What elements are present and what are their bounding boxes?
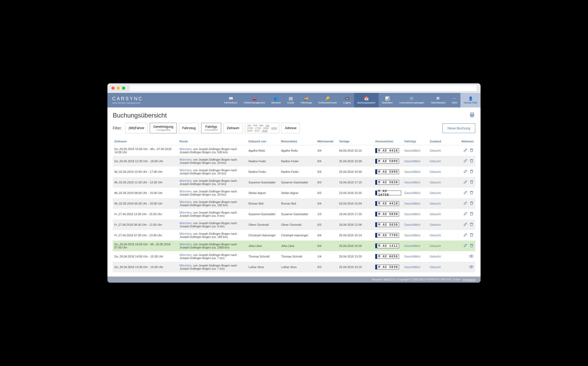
edit-icon[interactable] bbox=[463, 159, 467, 164]
cell-route: München, von Joseph-Dollinger-Bogen nach… bbox=[178, 156, 247, 166]
view-icon[interactable] bbox=[469, 254, 474, 259]
filter-row: Filter: (Mit)Fahrer Genehmigung3 ausgewä… bbox=[113, 123, 475, 133]
mehr-icon: ⋯ bbox=[452, 96, 457, 101]
nav-mehr[interactable]: ⋯Mehr bbox=[449, 93, 461, 107]
delete-icon[interactable] bbox=[469, 191, 474, 195]
filter-fahrttyp[interactable]: FahrttypGeschäftlich bbox=[201, 123, 221, 133]
filter-adresse[interactable]: Adresse bbox=[281, 123, 300, 133]
col-mitreisende[interactable]: Mitreisende bbox=[316, 138, 337, 145]
table-row[interactable]: Mi.,02.05.2018 13:30 Uhr - 17:00 UhrMünc… bbox=[113, 166, 475, 177]
delete-icon[interactable] bbox=[469, 212, 474, 216]
delete-icon[interactable] bbox=[469, 180, 474, 185]
filter-mitfahrer[interactable]: (Mit)Fahrer bbox=[125, 123, 148, 133]
edit-icon[interactable] bbox=[463, 148, 467, 153]
col-reisender[interactable]: Reisende(r) bbox=[279, 138, 316, 145]
license-plate: M AX 5030 bbox=[375, 222, 399, 227]
buchungssystem-icon: 📅 bbox=[364, 96, 369, 101]
edit-icon[interactable] bbox=[463, 243, 467, 248]
cell-gebucht-von: Nadine Feder bbox=[247, 156, 279, 166]
edit-icon[interactable] bbox=[463, 191, 467, 195]
edit-icon[interactable] bbox=[463, 233, 467, 238]
impressum-link[interactable]: Impressum bbox=[463, 278, 476, 281]
table-row[interactable]: Mi.,02.05.2018 11:30 Uhr - 13:30 UhrMünc… bbox=[113, 177, 475, 188]
nav-fahrzeuge[interactable]: 🚚Fahrzeuge bbox=[297, 93, 315, 107]
nav-buchungssystem[interactable]: 📅Buchungssystem bbox=[354, 93, 379, 107]
new-booking-button[interactable]: Neue Buchung bbox=[442, 123, 475, 133]
table-row[interactable]: Fr.,27.04.2018 07:30 Uhr - 13:30 UhrMünc… bbox=[113, 230, 475, 241]
filter-zeitraum[interactable]: Zeitraum bbox=[223, 123, 243, 133]
edit-icon[interactable] bbox=[463, 222, 467, 227]
cell-vorlage: 03.04.2018 15:04 bbox=[337, 198, 374, 209]
table-row[interactable]: Do.,26.04.2018 14:00 Uhr - 15:30 UhrMünc… bbox=[113, 251, 475, 262]
edit-icon[interactable] bbox=[463, 180, 467, 185]
cell-mitreisende: 0/4 bbox=[316, 156, 337, 166]
nav-fahrtenbuch[interactable]: 📖Fahrtenbuch bbox=[221, 93, 241, 107]
table-row[interactable]: Fr.,27.04.2018 08:30 Uhr - 11:00 UhrMünc… bbox=[113, 219, 475, 230]
nav-kunde[interactable]: 🏢Kunde bbox=[284, 93, 297, 107]
filter-label: Filter: bbox=[113, 126, 122, 130]
nav-user[interactable]: 👤Nicolas Rühr bbox=[460, 93, 481, 107]
col-gebucht-von[interactable]: Gebucht von bbox=[247, 138, 279, 145]
filter-timegrid[interactable]: JanFebMärApr17Q317Q418Q118Q2201620172018 bbox=[245, 123, 279, 133]
svg-point-4 bbox=[471, 266, 472, 267]
table-row[interactable]: Do.,26.04.2018 13:30 Uhr - 15:30 UhrMünc… bbox=[113, 262, 475, 272]
table-row[interactable]: Do.,03.05.2018 12:30 Uhr - 16:00 UhrMünc… bbox=[113, 156, 475, 166]
delete-icon[interactable] bbox=[469, 243, 474, 248]
cell-gebucht-von: Christoph Hainzinger bbox=[247, 230, 279, 241]
cell-kennzeichen: M AX 4410 bbox=[374, 198, 403, 209]
cell-kennzeichen: M AX 5030 bbox=[374, 219, 403, 230]
cell-reisender: Agathe Reitz bbox=[279, 145, 316, 156]
table-row[interactable]: Fr.,27.04.2018 13:30 Uhr - 15:30 UhrMünc… bbox=[113, 209, 475, 219]
view-icon[interactable] bbox=[469, 265, 474, 269]
delete-icon[interactable] bbox=[469, 233, 474, 238]
delete-icon[interactable] bbox=[469, 201, 474, 206]
nav-schlüsselschrank[interactable]: 🔑Schlüsselschrank bbox=[315, 93, 340, 107]
nav-logbox[interactable]: 📼Logbox bbox=[340, 93, 354, 107]
table-row[interactable]: Mi.,02.05.2018 06:30 Uhr - 20:00 UhrMünc… bbox=[113, 198, 475, 209]
table-row[interactable]: Do.,03.05.2018 15:00 Uhr - Mo., 07.05.20… bbox=[113, 145, 475, 156]
col-zeitraum[interactable]: Zeitraum bbox=[113, 138, 178, 145]
cell-mitreisende: 0/3 bbox=[316, 262, 337, 272]
nav-benutzer[interactable]: 👥Benutzer bbox=[268, 93, 284, 107]
edit-icon[interactable] bbox=[463, 212, 467, 216]
footer: Revision: bb6e727e | Copyright © 2009-20… bbox=[107, 277, 481, 283]
cell-gebucht-von: Jirka Libor bbox=[247, 241, 279, 251]
filter-genehmigung[interactable]: Genehmigung3 ausgewählt bbox=[150, 123, 177, 133]
nav-statistiken[interactable]: 📊Statistiken bbox=[379, 93, 396, 107]
cell-vorlage: 23.04.2018 15:35 bbox=[337, 188, 374, 198]
filter-fahrzeug[interactable]: Fahrzeug bbox=[179, 123, 199, 133]
table-row[interactable]: Mi.,02.05.2018 08:00 Uhr - 15:00 UhrMünc… bbox=[113, 188, 475, 198]
nav-flottenmanagement[interactable]: 🚗Flottenmanagement bbox=[241, 93, 268, 107]
nav-administration[interactable]: 🛠Administration bbox=[427, 93, 449, 107]
benutzer-icon: 👥 bbox=[274, 96, 279, 101]
col-kennzeichen[interactable]: Kennzeichen bbox=[374, 138, 403, 145]
edit-icon[interactable] bbox=[463, 201, 467, 206]
print-icon[interactable] bbox=[469, 112, 475, 119]
main-nav: 📖Fahrtenbuch🚗Flottenmanagement👥Benutzer🏢… bbox=[148, 93, 481, 107]
cell-mitreisende: 0/3 bbox=[316, 177, 337, 188]
nav-automatisierungsregeln[interactable]: ⚙️Automatisierungsregeln bbox=[396, 93, 427, 107]
cell-vorlage: 26.04.2018 15:14 bbox=[337, 230, 374, 241]
cell-kennzeichen: M AX 6656 bbox=[374, 251, 403, 262]
license-plate: M AX 5030 bbox=[375, 212, 399, 216]
cell-aktionen bbox=[450, 198, 475, 209]
cell-reisender: Roman Beil bbox=[279, 198, 316, 209]
col-vorlage[interactable]: Vorlage bbox=[337, 138, 374, 145]
maximize-window-icon[interactable] bbox=[122, 87, 125, 90]
col-zustand[interactable]: Zustand bbox=[428, 138, 450, 145]
page-title: Buchungsübersicht bbox=[113, 112, 475, 119]
url-bar[interactable] bbox=[130, 85, 477, 91]
delete-icon[interactable] bbox=[469, 222, 474, 227]
delete-icon[interactable] bbox=[469, 148, 474, 153]
delete-icon[interactable] bbox=[469, 169, 474, 174]
cell-vorlage: 16.04.2018 17:20 bbox=[337, 209, 374, 219]
fahrzeuge-icon: 🚚 bbox=[304, 96, 309, 101]
edit-icon[interactable] bbox=[463, 169, 467, 174]
cell-fahrttyp: Geschäftlich bbox=[403, 166, 428, 177]
col-fahrttyp[interactable]: Fahrttyp bbox=[403, 138, 428, 145]
minimize-window-icon[interactable] bbox=[117, 87, 120, 90]
table-row[interactable]: Do.,26.04.2018 16:00 Uhr - Mi., 02.05.20… bbox=[113, 241, 475, 251]
col-route[interactable]: Route bbox=[178, 138, 247, 145]
delete-icon[interactable] bbox=[469, 159, 474, 164]
close-window-icon[interactable] bbox=[111, 87, 115, 90]
